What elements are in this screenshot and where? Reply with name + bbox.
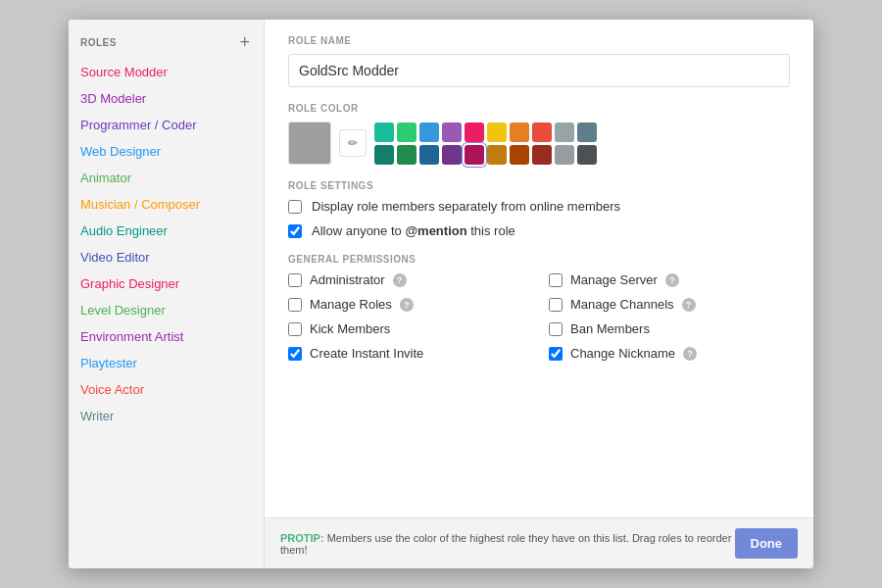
color-swatch[interactable] [397, 145, 416, 165]
role-list-item[interactable]: 3D Modeler [69, 85, 264, 112]
color-swatch[interactable] [374, 122, 394, 142]
color-grid [374, 122, 597, 165]
permission-row: Manage Roles? [288, 297, 529, 312]
color-swatch[interactable] [442, 122, 462, 142]
help-icon[interactable]: ? [393, 273, 407, 287]
role-name-input[interactable] [288, 54, 790, 87]
role-list-item[interactable]: Programmer / Coder [69, 112, 264, 138]
help-icon[interactable]: ? [682, 298, 696, 312]
color-swatch[interactable] [555, 122, 574, 142]
color-swatch[interactable] [510, 145, 529, 165]
dialog-body: Roles + Source Modder3D ModelerProgramme… [69, 20, 813, 568]
role-list-item[interactable]: Web Designer [69, 138, 264, 165]
permission-checkbox[interactable] [549, 347, 563, 361]
color-swatch[interactable] [465, 145, 484, 165]
color-swatch[interactable] [532, 145, 552, 165]
permission-checkbox[interactable] [549, 298, 563, 312]
role-list-item[interactable]: Level Designer [69, 297, 264, 323]
color-swatch[interactable] [397, 122, 416, 142]
permission-label: Create Instant Invite [310, 346, 423, 361]
role-list-item[interactable]: Animator [69, 165, 264, 191]
role-name-section-label: Role Name [288, 35, 790, 46]
add-role-button[interactable]: + [237, 33, 252, 51]
permission-row: Change Nickname? [549, 346, 790, 361]
footer: PROTIP: Members use the color of the hig… [265, 517, 813, 568]
color-swatch[interactable] [577, 122, 597, 142]
permission-checkbox[interactable] [288, 298, 302, 312]
roles-list: Source Modder3D ModelerProgrammer / Code… [69, 59, 264, 429]
roles-sidebar: Roles + Source Modder3D ModelerProgramme… [69, 20, 265, 568]
role-settings-label: Role Settings [288, 180, 790, 191]
setting1-row: Display role members separately from onl… [288, 199, 790, 214]
color-preview-swatch[interactable] [288, 122, 331, 165]
color-swatch[interactable] [419, 122, 439, 142]
color-swatch[interactable] [555, 145, 574, 165]
settings-dialog: Roles + Source Modder3D ModelerProgramme… [69, 20, 813, 568]
permission-row: Kick Members [288, 321, 529, 336]
role-color-section: Role Color ✏ [288, 103, 790, 165]
sidebar-header: Roles + [69, 29, 264, 59]
permission-row: Ban Members [549, 321, 790, 336]
role-list-item[interactable]: Audio Engineer [69, 218, 264, 244]
setting2-label: Allow anyone to @mention this role [312, 223, 515, 238]
role-list-item[interactable]: Playtester [69, 350, 264, 376]
protip-label: PROTIP: [280, 532, 324, 544]
help-icon[interactable]: ? [683, 347, 697, 361]
permission-checkbox[interactable] [549, 322, 563, 336]
role-color-label: Role Color [288, 103, 790, 114]
setting1-checkbox[interactable] [288, 200, 302, 214]
role-list-item[interactable]: Source Modder [69, 59, 264, 85]
color-swatch[interactable] [442, 145, 462, 165]
permission-label: Kick Members [310, 321, 390, 336]
mention-text: @mention [405, 223, 466, 238]
color-swatch[interactable] [487, 145, 507, 165]
permission-checkbox[interactable] [288, 347, 302, 361]
permission-checkbox[interactable] [549, 273, 563, 287]
permission-checkbox[interactable] [288, 322, 302, 336]
permission-label: Manage Channels [570, 297, 674, 312]
permission-label: Change Nickname [570, 346, 675, 361]
permission-checkbox[interactable] [288, 273, 302, 287]
permissions-label: General Permissions [288, 254, 790, 265]
permission-row: Administrator? [288, 272, 529, 287]
help-icon[interactable]: ? [400, 298, 414, 312]
color-swatch[interactable] [465, 122, 484, 142]
done-button[interactable]: Done [735, 528, 799, 559]
setting1-label: Display role members separately from onl… [312, 199, 620, 214]
color-swatch[interactable] [510, 122, 529, 142]
setting2-row: Allow anyone to @mention this role [288, 223, 790, 238]
color-swatch[interactable] [419, 145, 439, 165]
permissions-grid: Administrator?Manage Server?Manage Roles… [288, 272, 790, 361]
protip-text: Members use the color of the highest rol… [280, 532, 731, 556]
permission-row: Manage Channels? [549, 297, 790, 312]
roles-label: Roles [80, 37, 117, 48]
role-list-item[interactable]: Graphic Designer [69, 270, 264, 297]
role-settings-section: Role Settings Display role members separ… [288, 180, 790, 238]
color-swatch[interactable] [532, 122, 552, 142]
main-content: Role Name Role Color ✏ Role Settings [265, 20, 813, 517]
permission-label: Administrator [310, 272, 385, 287]
color-pencil-button[interactable]: ✏ [339, 129, 367, 157]
setting2-checkbox[interactable] [288, 224, 302, 238]
permission-row: Manage Server? [549, 272, 790, 287]
main-panel: Role Name Role Color ✏ Role Settings [265, 20, 813, 568]
permission-label: Ban Members [570, 321, 650, 336]
role-list-item[interactable]: Voice Actor [69, 376, 264, 403]
permission-row: Create Instant Invite [288, 346, 529, 361]
role-list-item[interactable]: Video Editor [69, 244, 264, 270]
role-list-item[interactable]: Environment Artist [69, 323, 264, 350]
color-swatch[interactable] [577, 145, 597, 165]
protip: PROTIP: Members use the color of the hig… [280, 532, 735, 556]
permissions-section: General Permissions Administrator?Manage… [288, 254, 790, 361]
role-list-item[interactable]: Musician / Composer [69, 191, 264, 218]
permission-label: Manage Roles [310, 297, 392, 312]
permission-label: Manage Server [570, 272, 658, 287]
role-list-item[interactable]: Writer [69, 403, 264, 429]
color-picker-row: ✏ [288, 122, 790, 165]
help-icon[interactable]: ? [665, 273, 679, 287]
color-swatch[interactable] [374, 145, 394, 165]
color-swatch[interactable] [487, 122, 507, 142]
